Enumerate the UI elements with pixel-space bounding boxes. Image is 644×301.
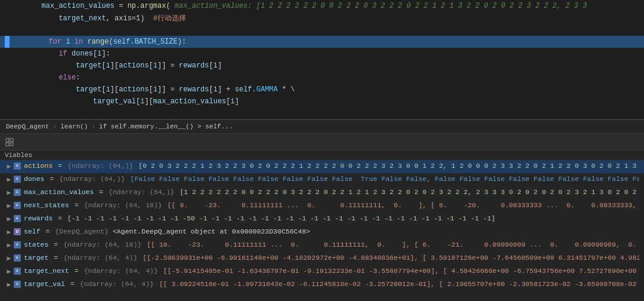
var-row-states[interactable]: ▶ ≡ states = {ndarray: (64, 18)} [[ 10. … bbox=[0, 239, 644, 252]
expand-max-action-values[interactable]: ▶ bbox=[5, 188, 13, 198]
expand-self[interactable]: ▶ bbox=[5, 227, 13, 238]
var-row-target-next[interactable]: ▶ ≡ target_next = {ndarray: (64, 4)} [[-… bbox=[0, 265, 644, 278]
code-editor: max_action_values = np.argmax( max_actio… bbox=[0, 0, 644, 119]
var-type-next-states: {ndarray: (64, 18)} bbox=[84, 200, 162, 211]
var-type-max-action-values: {ndarray: (64,)} bbox=[109, 187, 174, 198]
variables-list[interactable]: ▶ ≡ actions = {ndarray: (64,)} [0 2 0 3 … bbox=[0, 160, 644, 296]
var-name-max-action-values: max_action_values bbox=[24, 187, 94, 198]
var-row-next-states[interactable]: ▶ ≡ next_states = {ndarray: (64, 18)} [[… bbox=[0, 199, 644, 213]
var-value-states: [[ 10. -23. 0.11111111 ... 0. 0.11111111… bbox=[141, 239, 639, 250]
var-type-actions: {ndarray: (64,)} bbox=[67, 161, 133, 171]
var-name-target-val: target_val bbox=[24, 279, 65, 290]
var-name-rewards: rewards bbox=[24, 213, 52, 224]
svg-rect-3 bbox=[10, 143, 13, 146]
var-icon-self: O bbox=[13, 228, 21, 236]
var-icon-target-next: ≡ bbox=[13, 267, 21, 275]
var-type-states: {ndarray: (64, 18)} bbox=[63, 239, 141, 250]
code-line-3 bbox=[0, 24, 644, 36]
var-icon-actions: ≡ bbox=[13, 162, 21, 170]
breadcrumb-item-2[interactable]: learn() bbox=[60, 123, 88, 130]
var-icon-states: ≡ bbox=[13, 241, 21, 249]
code-line-2: target_next, axis=1) #行动选择 bbox=[0, 12, 644, 24]
svg-rect-1 bbox=[10, 139, 13, 142]
var-name-dones: dones bbox=[24, 174, 45, 185]
inline-comment-1: max_action_values: [1 2 2 2 2 2 2 0 0 2 … bbox=[175, 2, 587, 10]
code-line-for: for i in range(self.BATCH_SIZE): bbox=[0, 36, 644, 48]
grid-icon bbox=[5, 137, 14, 147]
code-line-target-assign1: target[i][actions[i]] = rewards[i] bbox=[0, 60, 644, 72]
var-icon-target-val: ≡ bbox=[13, 280, 21, 288]
code-line-target-assign2: target[i][actions[i]] = rewards[i] + sel… bbox=[0, 84, 644, 96]
variables-label-text: Viables bbox=[5, 152, 32, 159]
expand-actions[interactable]: ▶ bbox=[5, 161, 13, 172]
debug-toolbar bbox=[0, 134, 644, 150]
var-name-self: self bbox=[24, 226, 41, 237]
var-name-target: target bbox=[24, 253, 48, 263]
expand-target-next[interactable]: ▶ bbox=[5, 266, 13, 277]
expand-target-val[interactable]: ▶ bbox=[5, 280, 13, 290]
var-name-states: states bbox=[24, 239, 48, 250]
var-value-target: [[-2.59639931e+00 -6.99161148e+00 -4.182… bbox=[137, 253, 639, 263]
svg-rect-0 bbox=[6, 139, 9, 142]
var-row-rewards[interactable]: ▶ ≡ rewards = [-1 -1 -1 -1 -1 -1 -1 -1 -… bbox=[0, 213, 644, 226]
var-type-self: {DeepQ_agent} bbox=[55, 226, 109, 237]
var-value-self: <Agent.DeepQ_agent object at 0x0000023D3… bbox=[109, 226, 639, 237]
var-value-actions: [0 2 0 3 2 2 2 1 2 3 2 2 3 0 2 0 2 2 2 1… bbox=[133, 161, 639, 171]
var-value-target-next: [[-5.91415405e-01 -1.63438797e-01 -9.191… bbox=[158, 266, 639, 277]
variables-section-label: Viables bbox=[0, 150, 644, 160]
expand-dones[interactable]: ▶ bbox=[5, 174, 13, 185]
var-row-actions[interactable]: ▶ ≡ actions = {ndarray: (64,)} [0 2 0 3 … bbox=[0, 160, 644, 173]
var-row-target[interactable]: ▶ ≡ target = {ndarray: (64, 4)} [[-2.596… bbox=[0, 252, 644, 265]
var-type-dones: {ndarray: (64,)} bbox=[59, 174, 125, 185]
var-name-actions: actions bbox=[24, 161, 52, 171]
code-line-else: else: bbox=[0, 72, 644, 84]
breadcrumb-item-1[interactable]: DeepQ_agent bbox=[6, 123, 49, 130]
var-value-dones: [False False False False False False Fal… bbox=[125, 174, 639, 185]
var-type-target: {ndarray: (64, 4)} bbox=[63, 253, 137, 263]
var-value-max-action-values: [1 2 2 2 2 2 2 0 0 2 2 2 0 3 2 2 2 0 2 2… bbox=[174, 187, 639, 198]
expand-rewards[interactable]: ▶ bbox=[5, 214, 13, 225]
var-type-target-next: {ndarray: (64, 4)} bbox=[84, 266, 158, 277]
expand-states[interactable]: ▶ bbox=[5, 240, 13, 251]
expand-next-states[interactable]: ▶ bbox=[5, 201, 13, 211]
var-name-target-next: target_next bbox=[24, 266, 69, 277]
breadcrumb-item-3[interactable]: if self.memory.__len__() > self... bbox=[99, 123, 233, 130]
breadcrumb-sep-2: › bbox=[91, 123, 95, 130]
var-icon-target: ≡ bbox=[13, 254, 21, 262]
active-line-indicator bbox=[5, 36, 10, 48]
var-type-target-val: {ndarray: (64, 4)} bbox=[80, 279, 154, 290]
debug-panel: Viables ▶ ≡ actions = {ndarray: (64,)} [… bbox=[0, 134, 644, 301]
var-value-target-val: [[ 3.09224516e-01 -1.09731043e-02 -6.112… bbox=[154, 279, 639, 290]
svg-rect-2 bbox=[6, 143, 9, 146]
var-value-next-states: [[ 9. -23. 0.11111111 ... 0. 0.11111111,… bbox=[162, 200, 639, 211]
var-row-self[interactable]: ▶ O self = {DeepQ_agent} <Agent.DeepQ_ag… bbox=[0, 226, 644, 239]
var-icon-next-states: ≡ bbox=[13, 201, 21, 210]
var-name-next-states: next_states bbox=[24, 200, 69, 211]
code-line-1: max_action_values = np.argmax( max_actio… bbox=[0, 0, 644, 12]
breadcrumb-sep-1: › bbox=[53, 123, 57, 130]
code-line-target-assign3: target_val[i][max_action_values[i] bbox=[0, 96, 644, 108]
code-line-if: if dones[i]: bbox=[0, 48, 644, 60]
breadcrumb-bar: DeepQ_agent › learn() › if self.memory._… bbox=[0, 119, 644, 134]
var-row-target-val[interactable]: ▶ ≡ target_val = {ndarray: (64, 4)} [[ 3… bbox=[0, 278, 644, 291]
var-icon-rewards: ≡ bbox=[13, 214, 21, 223]
var-icon-dones: ≡ bbox=[13, 175, 21, 183]
var-icon-max-action-values: ≡ bbox=[13, 188, 21, 196]
var-value-rewards: [-1 -1 -1 -1 -1 -1 -1 -1 -1 -50 -1 -1 -1… bbox=[67, 213, 639, 224]
var-row-dones[interactable]: ▶ ≡ dones = {ndarray: (64,)} [False Fals… bbox=[0, 173, 644, 186]
expand-target[interactable]: ▶ bbox=[5, 253, 13, 264]
var-row-max-action-values[interactable]: ▶ ≡ max_action_values = {ndarray: (64,)}… bbox=[0, 186, 644, 199]
